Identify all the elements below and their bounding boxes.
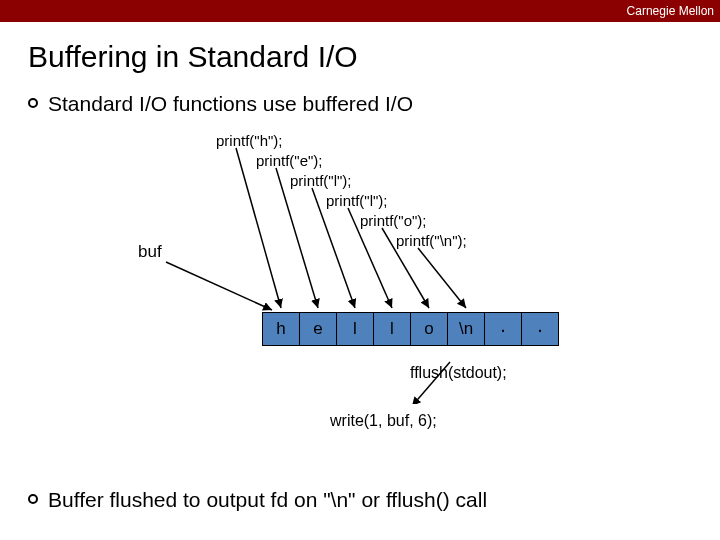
svg-line-1 — [236, 148, 281, 308]
bullet-bottom: Buffer flushed to output fd on "\n" or f… — [28, 488, 487, 512]
bullet-bottom-text: Buffer flushed to output fd on "\n" or f… — [48, 488, 487, 512]
cell-2: l — [336, 312, 374, 346]
write-label: write(1, buf, 6); — [330, 412, 437, 430]
printf-l1: printf("l"); — [290, 172, 352, 189]
printf-l2: printf("l"); — [326, 192, 388, 209]
cell-6: · — [484, 312, 522, 346]
diagram: buf printf("h"); printf("e"); printf("l"… — [0, 124, 720, 404]
svg-line-0 — [166, 262, 272, 310]
fflush-label: fflush(stdout); — [410, 364, 507, 382]
cell-0: h — [262, 312, 300, 346]
cell-4: o — [410, 312, 448, 346]
buffer-cells: h e l l o \n · · — [262, 312, 559, 346]
printf-h: printf("h"); — [216, 132, 283, 149]
printf-o: printf("o"); — [360, 212, 427, 229]
cell-7: · — [521, 312, 559, 346]
cell-1: e — [299, 312, 337, 346]
svg-line-2 — [276, 168, 318, 308]
printf-e: printf("e"); — [256, 152, 323, 169]
slide-title: Buffering in Standard I/O — [28, 40, 720, 74]
brand-text: Carnegie Mellon — [627, 4, 714, 18]
buf-label: buf — [138, 242, 162, 262]
printf-n: printf("\n"); — [396, 232, 467, 249]
bullet-top: Standard I/O functions use buffered I/O — [28, 92, 720, 116]
cell-5: \n — [447, 312, 485, 346]
svg-line-6 — [418, 248, 466, 308]
cell-3: l — [373, 312, 411, 346]
bullet-top-text: Standard I/O functions use buffered I/O — [48, 92, 413, 116]
bullet-icon — [28, 98, 38, 108]
bullet-icon — [28, 494, 38, 504]
brand-bar: Carnegie Mellon — [0, 0, 720, 22]
arrows-svg — [0, 124, 720, 404]
